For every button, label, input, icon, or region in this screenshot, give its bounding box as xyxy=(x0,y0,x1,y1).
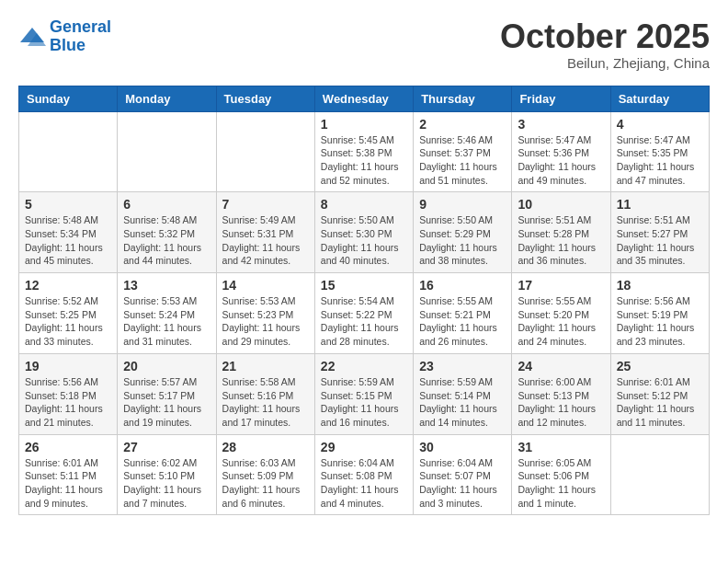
calendar-cell: 12Sunrise: 5:52 AM Sunset: 5:25 PM Dayli… xyxy=(19,273,118,354)
day-info: Sunrise: 6:01 AM Sunset: 5:12 PM Dayligh… xyxy=(617,375,703,430)
day-info: Sunrise: 6:03 AM Sunset: 5:09 PM Dayligh… xyxy=(222,456,309,511)
month-title: October 2025 xyxy=(500,18,710,55)
weekday-header-row: SundayMondayTuesdayWednesdayThursdayFrid… xyxy=(19,86,710,111)
day-number: 18 xyxy=(617,278,703,293)
day-info: Sunrise: 5:52 AM Sunset: 5:25 PM Dayligh… xyxy=(25,294,111,349)
calendar-cell: 9Sunrise: 5:50 AM Sunset: 5:29 PM Daylig… xyxy=(414,192,512,273)
logo-line1: General xyxy=(50,17,111,36)
day-number: 20 xyxy=(123,359,210,373)
calendar-cell: 7Sunrise: 5:49 AM Sunset: 5:31 PM Daylig… xyxy=(216,192,314,273)
day-number: 2 xyxy=(419,117,506,132)
day-info: Sunrise: 5:46 AM Sunset: 5:37 PM Dayligh… xyxy=(419,133,506,188)
day-info: Sunrise: 6:05 AM Sunset: 5:06 PM Dayligh… xyxy=(518,456,604,511)
logo: General Blue xyxy=(18,18,111,55)
calendar-cell xyxy=(216,111,314,192)
calendar-cell: 15Sunrise: 5:54 AM Sunset: 5:22 PM Dayli… xyxy=(314,273,413,354)
day-info: Sunrise: 5:56 AM Sunset: 5:18 PM Dayligh… xyxy=(25,375,111,430)
calendar-cell: 27Sunrise: 6:02 AM Sunset: 5:10 PM Dayli… xyxy=(118,434,216,515)
day-info: Sunrise: 5:47 AM Sunset: 5:35 PM Dayligh… xyxy=(617,133,703,188)
day-number: 8 xyxy=(321,197,407,212)
day-info: Sunrise: 5:45 AM Sunset: 5:38 PM Dayligh… xyxy=(321,133,407,188)
day-number: 5 xyxy=(25,197,111,212)
calendar-week-row: 26Sunrise: 6:01 AM Sunset: 5:11 PM Dayli… xyxy=(19,434,710,515)
calendar-cell: 24Sunrise: 6:00 AM Sunset: 5:13 PM Dayli… xyxy=(512,353,610,434)
day-info: Sunrise: 5:48 AM Sunset: 5:34 PM Dayligh… xyxy=(25,213,111,268)
calendar-cell: 2Sunrise: 5:46 AM Sunset: 5:37 PM Daylig… xyxy=(414,111,512,192)
day-number: 27 xyxy=(123,440,210,454)
day-number: 26 xyxy=(25,440,111,454)
day-info: Sunrise: 5:51 AM Sunset: 5:28 PM Dayligh… xyxy=(518,213,604,268)
day-number: 30 xyxy=(419,440,506,454)
day-info: Sunrise: 5:58 AM Sunset: 5:16 PM Dayligh… xyxy=(222,375,309,430)
calendar-cell: 8Sunrise: 5:50 AM Sunset: 5:30 PM Daylig… xyxy=(314,192,413,273)
calendar-cell: 18Sunrise: 5:56 AM Sunset: 5:19 PM Dayli… xyxy=(610,273,709,354)
calendar-cell: 3Sunrise: 5:47 AM Sunset: 5:36 PM Daylig… xyxy=(512,111,610,192)
day-info: Sunrise: 6:01 AM Sunset: 5:11 PM Dayligh… xyxy=(25,456,111,511)
day-number: 17 xyxy=(518,278,604,293)
location-subtitle: Beilun, Zhejiang, China xyxy=(500,55,710,71)
day-info: Sunrise: 5:50 AM Sunset: 5:29 PM Dayligh… xyxy=(419,213,506,268)
calendar-cell: 31Sunrise: 6:05 AM Sunset: 5:06 PM Dayli… xyxy=(512,434,610,515)
calendar-cell: 13Sunrise: 5:53 AM Sunset: 5:24 PM Dayli… xyxy=(118,273,216,354)
calendar-cell: 6Sunrise: 5:48 AM Sunset: 5:32 PM Daylig… xyxy=(118,192,216,273)
day-info: Sunrise: 6:04 AM Sunset: 5:07 PM Dayligh… xyxy=(419,456,506,511)
day-info: Sunrise: 5:57 AM Sunset: 5:17 PM Dayligh… xyxy=(123,375,210,430)
calendar-cell: 1Sunrise: 5:45 AM Sunset: 5:38 PM Daylig… xyxy=(314,111,413,192)
day-number: 4 xyxy=(617,117,703,132)
day-info: Sunrise: 5:54 AM Sunset: 5:22 PM Dayligh… xyxy=(321,294,407,349)
day-number: 14 xyxy=(222,278,309,293)
logo-icon xyxy=(18,26,46,48)
day-number: 24 xyxy=(518,359,604,373)
day-info: Sunrise: 6:02 AM Sunset: 5:10 PM Dayligh… xyxy=(123,456,210,511)
page-header: General Blue October 2025 Beilun, Zhejia… xyxy=(18,18,710,71)
calendar-cell: 14Sunrise: 5:53 AM Sunset: 5:23 PM Dayli… xyxy=(216,273,314,354)
calendar-week-row: 19Sunrise: 5:56 AM Sunset: 5:18 PM Dayli… xyxy=(19,353,710,434)
day-info: Sunrise: 5:53 AM Sunset: 5:23 PM Dayligh… xyxy=(222,294,309,349)
calendar-cell: 10Sunrise: 5:51 AM Sunset: 5:28 PM Dayli… xyxy=(512,192,610,273)
weekday-header-thursday: Thursday xyxy=(414,86,512,111)
day-info: Sunrise: 5:56 AM Sunset: 5:19 PM Dayligh… xyxy=(617,294,703,349)
day-number: 29 xyxy=(321,440,407,454)
day-number: 31 xyxy=(518,440,604,454)
calendar-cell: 26Sunrise: 6:01 AM Sunset: 5:11 PM Dayli… xyxy=(19,434,118,515)
calendar-cell: 29Sunrise: 6:04 AM Sunset: 5:08 PM Dayli… xyxy=(314,434,413,515)
calendar-cell: 11Sunrise: 5:51 AM Sunset: 5:27 PM Dayli… xyxy=(610,192,709,273)
weekday-header-saturday: Saturday xyxy=(610,86,709,111)
calendar-cell: 25Sunrise: 6:01 AM Sunset: 5:12 PM Dayli… xyxy=(610,353,709,434)
calendar-cell: 21Sunrise: 5:58 AM Sunset: 5:16 PM Dayli… xyxy=(216,353,314,434)
day-number: 7 xyxy=(222,197,309,212)
day-number: 6 xyxy=(123,197,210,212)
day-number: 15 xyxy=(321,278,407,293)
calendar-cell: 30Sunrise: 6:04 AM Sunset: 5:07 PM Dayli… xyxy=(414,434,512,515)
day-info: Sunrise: 5:50 AM Sunset: 5:30 PM Dayligh… xyxy=(321,213,407,268)
day-info: Sunrise: 5:55 AM Sunset: 5:21 PM Dayligh… xyxy=(419,294,506,349)
day-number: 1 xyxy=(321,117,407,132)
calendar-cell: 4Sunrise: 5:47 AM Sunset: 5:35 PM Daylig… xyxy=(610,111,709,192)
calendar-cell: 20Sunrise: 5:57 AM Sunset: 5:17 PM Dayli… xyxy=(118,353,216,434)
calendar-cell: 16Sunrise: 5:55 AM Sunset: 5:21 PM Dayli… xyxy=(414,273,512,354)
day-number: 21 xyxy=(222,359,309,373)
day-info: Sunrise: 5:59 AM Sunset: 5:15 PM Dayligh… xyxy=(321,375,407,430)
title-block: October 2025 Beilun, Zhejiang, China xyxy=(500,18,710,71)
calendar-cell: 19Sunrise: 5:56 AM Sunset: 5:18 PM Dayli… xyxy=(19,353,118,434)
day-number: 22 xyxy=(321,359,407,373)
weekday-header-wednesday: Wednesday xyxy=(314,86,413,111)
weekday-header-tuesday: Tuesday xyxy=(216,86,314,111)
day-info: Sunrise: 5:53 AM Sunset: 5:24 PM Dayligh… xyxy=(123,294,210,349)
day-number: 12 xyxy=(25,278,111,293)
day-number: 25 xyxy=(617,359,703,373)
day-number: 28 xyxy=(222,440,309,454)
day-info: Sunrise: 5:47 AM Sunset: 5:36 PM Dayligh… xyxy=(518,133,604,188)
day-info: Sunrise: 5:51 AM Sunset: 5:27 PM Dayligh… xyxy=(617,213,703,268)
calendar-cell xyxy=(19,111,118,192)
calendar-cell xyxy=(610,434,709,515)
day-number: 23 xyxy=(419,359,506,373)
weekday-header-sunday: Sunday xyxy=(19,86,118,111)
day-info: Sunrise: 5:48 AM Sunset: 5:32 PM Dayligh… xyxy=(123,213,210,268)
day-info: Sunrise: 5:55 AM Sunset: 5:20 PM Dayligh… xyxy=(518,294,604,349)
day-number: 13 xyxy=(123,278,210,293)
day-info: Sunrise: 6:00 AM Sunset: 5:13 PM Dayligh… xyxy=(518,375,604,430)
calendar-cell: 28Sunrise: 6:03 AM Sunset: 5:09 PM Dayli… xyxy=(216,434,314,515)
logo-text: General Blue xyxy=(50,18,111,55)
calendar-cell: 23Sunrise: 5:59 AM Sunset: 5:14 PM Dayli… xyxy=(414,353,512,434)
